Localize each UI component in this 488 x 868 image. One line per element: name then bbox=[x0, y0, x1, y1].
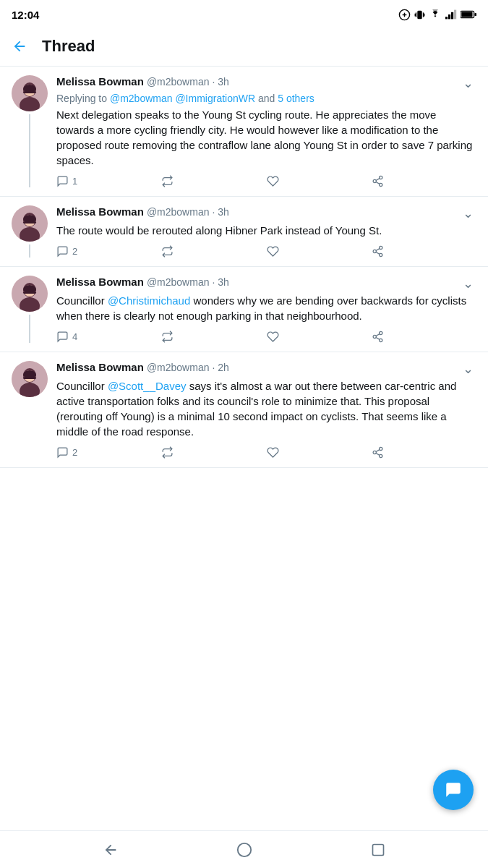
mention-link[interactable]: @Christimichaud bbox=[108, 294, 190, 307]
retweet-action[interactable] bbox=[161, 245, 266, 258]
reply-icon bbox=[56, 446, 69, 459]
retweet-icon bbox=[161, 331, 174, 343]
svg-point-55 bbox=[373, 451, 376, 454]
svg-rect-11 bbox=[454, 10, 456, 20]
svg-line-35 bbox=[376, 252, 380, 255]
tweet-header: Melissa Bowman @m2bowman · 3h ⌄ bbox=[56, 75, 476, 91]
tweet-content: Melissa Bowman @m2bowman · 3h ⌄ Replying… bbox=[56, 75, 476, 187]
tweet-meta: Melissa Bowman @m2bowman · 2h bbox=[56, 361, 229, 373]
svg-line-57 bbox=[376, 454, 380, 456]
share-icon bbox=[372, 331, 384, 343]
add-circle-icon bbox=[398, 9, 411, 21]
reply-link-1[interactable]: @m2bowman bbox=[110, 93, 173, 104]
like-icon bbox=[267, 446, 279, 459]
more-options-icon[interactable]: ⌄ bbox=[460, 276, 476, 292]
reply-action[interactable]: 2 bbox=[56, 446, 161, 459]
reply-to: Replying to @m2bowman @ImmigrationWR and… bbox=[56, 93, 476, 104]
retweet-icon bbox=[161, 245, 174, 258]
share-action[interactable] bbox=[372, 446, 476, 459]
compose-fab[interactable] bbox=[433, 770, 474, 810]
retweet-icon bbox=[161, 446, 174, 459]
svg-rect-31 bbox=[23, 221, 36, 224]
more-options-icon[interactable]: ⌄ bbox=[460, 361, 476, 377]
svg-line-25 bbox=[376, 179, 380, 181]
tweet-text: Next delegation speaks to the Young St c… bbox=[56, 107, 476, 168]
like-action[interactable] bbox=[267, 175, 372, 187]
tweet-time: · 3h bbox=[212, 276, 228, 288]
back-button[interactable] bbox=[12, 38, 27, 54]
svg-point-45 bbox=[379, 339, 382, 341]
nav-recents-button[interactable] bbox=[364, 835, 393, 864]
author-handle: @m2bowman bbox=[147, 76, 210, 88]
author-name: Melissa Bowman bbox=[56, 205, 144, 218]
like-action[interactable] bbox=[267, 331, 372, 343]
author-name: Melissa Bowman bbox=[56, 75, 144, 88]
vibrate-icon bbox=[414, 9, 425, 21]
nav-home-button[interactable] bbox=[230, 835, 259, 864]
signal-icon bbox=[445, 9, 457, 20]
tweet-row: Melissa Bowman @m2bowman · 2h ⌄ Councill… bbox=[0, 352, 488, 468]
more-options-icon[interactable]: ⌄ bbox=[460, 205, 476, 221]
tweet-meta: Melissa Bowman @m2bowman · 3h bbox=[56, 75, 229, 88]
svg-point-32 bbox=[379, 246, 382, 249]
tweet-content: Melissa Bowman @m2bowman · 3h ⌄ Councill… bbox=[56, 276, 476, 343]
avatar bbox=[12, 276, 48, 312]
share-action[interactable] bbox=[372, 331, 476, 343]
tweet-row: Melissa Bowman @m2bowman · 3h ⌄ The rout… bbox=[0, 197, 488, 267]
like-action[interactable] bbox=[267, 245, 372, 258]
share-action[interactable] bbox=[372, 245, 476, 258]
thread-line bbox=[29, 315, 30, 343]
svg-point-59 bbox=[237, 843, 250, 856]
tweet-actions: 1 bbox=[56, 175, 476, 187]
nav-back-button[interactable] bbox=[96, 835, 125, 864]
svg-rect-60 bbox=[372, 844, 383, 855]
status-bar: 12:04 bbox=[0, 0, 488, 26]
nav-bar bbox=[0, 830, 488, 868]
avatar bbox=[12, 75, 48, 111]
reply-link-others[interactable]: 5 others bbox=[278, 93, 314, 104]
reply-action[interactable]: 4 bbox=[56, 331, 161, 343]
svg-point-22 bbox=[373, 179, 376, 182]
like-icon bbox=[267, 175, 279, 187]
mention-link[interactable]: @Scott__Davey bbox=[108, 380, 187, 392]
svg-rect-53 bbox=[23, 377, 36, 379]
svg-rect-42 bbox=[23, 292, 36, 294]
reply-icon bbox=[56, 245, 69, 258]
status-icons bbox=[398, 9, 476, 21]
tweet-meta: Melissa Bowman @m2bowman · 3h bbox=[56, 276, 229, 288]
tweet-row: Melissa Bowman @m2bowman · 3h ⌄ Replying… bbox=[0, 67, 488, 197]
tweet-left-col bbox=[12, 361, 48, 459]
tweet-actions: 2 bbox=[56, 446, 476, 459]
tweet-actions: 2 bbox=[56, 245, 476, 258]
svg-line-58 bbox=[376, 450, 380, 452]
thread-line bbox=[29, 244, 30, 258]
reply-link-2[interactable]: @ImmigrationWR bbox=[175, 93, 255, 104]
tweet-text: Councillor @Scott__Davey says it's almos… bbox=[56, 378, 476, 439]
reply-action[interactable]: 1 bbox=[56, 175, 161, 187]
author-handle: @m2bowman bbox=[147, 362, 210, 373]
share-icon bbox=[372, 245, 384, 258]
retweet-action[interactable] bbox=[161, 331, 266, 343]
tweet-actions: 4 bbox=[56, 331, 476, 343]
status-time: 12:04 bbox=[12, 9, 39, 21]
svg-point-23 bbox=[379, 183, 382, 186]
reply-action[interactable]: 2 bbox=[56, 245, 161, 258]
svg-rect-13 bbox=[461, 12, 472, 17]
retweet-action[interactable] bbox=[161, 175, 266, 187]
share-action[interactable] bbox=[372, 175, 476, 187]
share-icon bbox=[372, 175, 384, 187]
avatar bbox=[12, 361, 48, 397]
battery-icon bbox=[461, 10, 476, 19]
tweet-text: Councillor @Christimichaud wonders why w… bbox=[56, 293, 476, 323]
header: Thread bbox=[0, 26, 488, 67]
reply-count: 4 bbox=[72, 331, 77, 342]
retweet-action[interactable] bbox=[161, 446, 266, 459]
tweet-meta: Melissa Bowman @m2bowman · 3h bbox=[56, 205, 229, 218]
more-options-icon[interactable]: ⌄ bbox=[460, 75, 476, 91]
svg-rect-8 bbox=[445, 17, 448, 19]
tweet-left-col bbox=[12, 276, 48, 343]
reply-count: 2 bbox=[72, 246, 77, 257]
like-action[interactable] bbox=[267, 446, 372, 459]
wifi-icon bbox=[429, 9, 442, 20]
thread-line bbox=[29, 114, 30, 187]
